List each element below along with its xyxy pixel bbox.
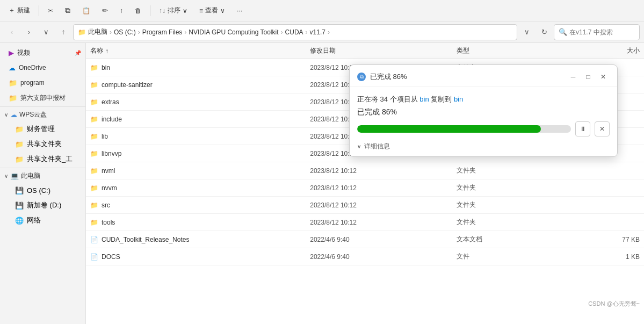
onedrive-icon: ☁ (9, 64, 16, 72)
copy-dialog-title-left: ⧉ 已完成 86% (357, 72, 407, 82)
address-bar: ‹ › ∨ ↑ 📁 此电脑 › OS (C:) › Program Files … (0, 21, 644, 43)
details-label: 详细信息 (364, 142, 390, 151)
file-row-7[interactable]: 📁nvvm 2023/8/12 10:12 文件夹 (86, 179, 644, 197)
folder-icon-report: 📁 (9, 94, 17, 102)
folder-icon-3: 📁 (90, 116, 98, 123)
file-row-8[interactable]: 📁src 2023/8/12 10:12 文件夹 (86, 197, 644, 214)
forward-button[interactable]: › (21, 25, 37, 40)
copy-details-toggle[interactable]: ∨ 详细信息 (357, 142, 610, 151)
back-button[interactable]: ‹ (4, 25, 19, 40)
path-sep-2: › (138, 28, 140, 36)
up-button[interactable]: ↑ (56, 25, 71, 40)
sidebar-item-program[interactable]: 📁 program (0, 75, 85, 90)
more-button[interactable]: ··· (233, 5, 247, 17)
path-sep-5: › (306, 28, 308, 36)
folder-icon-shared: 📁 (15, 140, 24, 148)
copy-dialog-icon: ⧉ (357, 73, 366, 81)
view-button[interactable]: ≡ 查看 ∨ (195, 4, 229, 17)
sidebar-item-report[interactable]: 📁 第六支部申报材 (0, 90, 85, 105)
sidebar-item-shared2[interactable]: 📁 共享文件夹_工 (0, 152, 85, 167)
sidebar: ▶ 视频 📌 ☁ OneDrive 📁 program 📁 第六支部申报材 ∨ … (0, 43, 86, 324)
sidebar-item-video[interactable]: ▶ 视频 📌 (0, 45, 85, 60)
file-row-6[interactable]: 📁nvml 2023/8/12 10:12 文件夹 (86, 162, 644, 179)
folder-icon-7: 📁 (90, 184, 98, 192)
folder-icon-8: 📁 (90, 201, 98, 209)
dropdown-button[interactable]: ∨ (519, 25, 534, 40)
delete-icon: 🗑 (135, 7, 141, 15)
file-row-11[interactable]: 📄DOCS 2022/4/6 9:40 文件 1 KB (86, 248, 644, 265)
sort-asc-icon: ↑ (105, 47, 108, 55)
dialog-maximize-button[interactable]: □ (582, 70, 595, 83)
paste-icon: 📋 (82, 7, 90, 15)
rename-button[interactable]: ✏ (98, 4, 112, 17)
path-sep-6: › (328, 28, 330, 36)
search-box[interactable]: 🔍 (554, 24, 640, 40)
separator-1 (39, 5, 39, 16)
file-name-8: 📁src (90, 201, 310, 209)
copy-dialog: ⧉ 已完成 86% ─ □ ✕ 正在将 34 个项目从 bin 复制到 bin … (349, 64, 618, 157)
watermark: CSDN @心无旁骛~ (588, 300, 640, 308)
copy-button[interactable]: ⧉ (61, 4, 75, 17)
file-name-1: 📁compute-sanitizer (90, 81, 310, 89)
cancel-copy-button[interactable]: ✕ (595, 121, 610, 136)
separator-2 (150, 5, 150, 16)
file-name-10: 📄CUDA_Toolkit_Release_Notes (90, 236, 310, 243)
sidebar-item-shared[interactable]: 📁 共享文件夹 (0, 136, 85, 152)
file-date-6: 2023/8/12 10:12 (310, 167, 457, 175)
dialog-close-button[interactable]: ✕ (597, 70, 610, 83)
file-type-9: 文件夹 (457, 218, 567, 227)
search-input[interactable] (569, 28, 634, 36)
file-date-9: 2023/8/12 10:12 (310, 219, 457, 226)
file-name-7: 📁nvvm (90, 184, 310, 192)
col-header-date[interactable]: 修改日期 (310, 46, 457, 55)
path-sep-4: › (281, 28, 283, 36)
cut-button[interactable]: ✂ (44, 5, 57, 17)
new-button[interactable]: ＋ 新建 (4, 4, 34, 17)
dialog-minimize-button[interactable]: ─ (567, 70, 580, 83)
pause-button[interactable]: ⏸ (575, 121, 590, 136)
wps-chevron-icon: ∨ (4, 112, 8, 118)
file-name-6: 📁nvml (90, 167, 310, 175)
sidebar-item-network[interactable]: 🌐 网络 (0, 213, 85, 228)
file-type-6: 文件夹 (457, 166, 567, 175)
delete-button[interactable]: 🗑 (131, 5, 146, 17)
sidebar-wps-header[interactable]: ∨ ☁ WPS云盘 (0, 108, 85, 121)
sort-button[interactable]: ↑↓ 排序 ∨ (155, 4, 192, 17)
sort-chevron-icon: ∨ (183, 7, 187, 15)
file-type-11: 文件 (457, 252, 567, 261)
paste-button[interactable]: 📋 (78, 5, 95, 17)
address-path[interactable]: 📁 此电脑 › OS (C:) › Program Files › NVIDIA… (73, 24, 517, 40)
rename-icon: ✏ (102, 6, 108, 15)
folder-icon-0: 📁 (90, 64, 98, 71)
sidebar-item-onedrive[interactable]: ☁ OneDrive (0, 60, 85, 75)
sidebar-divider-1 (0, 106, 85, 107)
sidebar-thispc-header[interactable]: ∨ 💻 此电脑 (0, 169, 85, 183)
file-type-10: 文本文档 (457, 235, 567, 244)
file-date-7: 2023/8/12 10:12 (310, 184, 457, 192)
file-date-10: 2022/4/6 9:40 (310, 236, 457, 243)
path-folder-icon: 📁 (78, 28, 86, 36)
refresh-button[interactable]: ↻ (537, 25, 552, 40)
new-icon: ＋ (9, 6, 15, 15)
copy-to-link[interactable]: bin (454, 95, 463, 103)
down-button[interactable]: ∨ (39, 25, 54, 40)
file-row-10[interactable]: 📄CUDA_Toolkit_Release_Notes 2022/4/6 9:4… (86, 231, 644, 248)
file-name-5: 📁libnvvp (90, 150, 310, 157)
sort-icon: ↑↓ (159, 7, 165, 15)
col-header-size: 大小 (567, 46, 640, 55)
sidebar-item-c-drive[interactable]: 💾 OS (C:) (0, 183, 85, 198)
copy-dialog-title-text: 已完成 86% (370, 72, 407, 82)
sidebar-item-finance[interactable]: 📁 财务管理 (0, 121, 85, 136)
sidebar-divider-2 (0, 168, 85, 168)
folder-icon-1: 📁 (90, 81, 98, 89)
file-type-7: 文件夹 (457, 183, 567, 192)
col-header-name[interactable]: 名称 ↑ (90, 46, 310, 55)
file-name-9: 📁tools (90, 219, 310, 226)
share-button[interactable]: ↑ (115, 5, 127, 17)
file-row-9[interactable]: 📁tools 2023/8/12 10:12 文件夹 (86, 214, 644, 231)
file-type-8: 文件夹 (457, 200, 567, 210)
sidebar-item-d-drive[interactable]: 💾 新加卷 (D:) (0, 198, 85, 213)
path-part-5: CUDA (285, 28, 303, 36)
path-part-1: 此电脑 (88, 27, 107, 37)
copy-from-link[interactable]: bin (419, 95, 429, 103)
